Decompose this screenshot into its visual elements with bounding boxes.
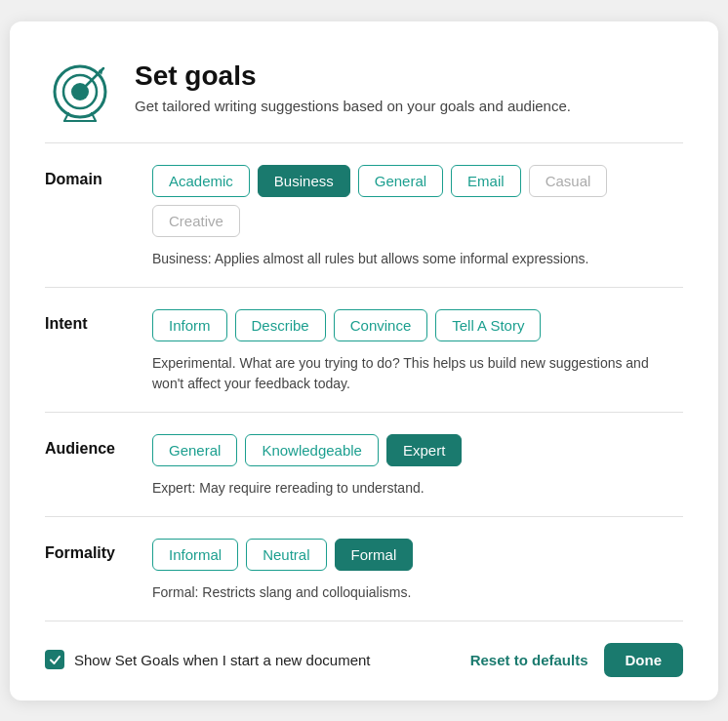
- formality-btn-neutral[interactable]: Neutral: [246, 539, 326, 571]
- audience-btn-expert[interactable]: Expert: [386, 434, 462, 466]
- intent-desc: Experimental. What are you trying to do?…: [152, 353, 683, 394]
- audience-content: General Knowledgeable Expert Expert: May…: [152, 434, 683, 499]
- formality-content: Informal Neutral Formal Formal: Restrict…: [152, 539, 683, 603]
- page-title: Set goals: [135, 60, 571, 92]
- domain-btn-academic[interactable]: Academic: [152, 165, 250, 197]
- domain-btn-casual[interactable]: Casual: [529, 165, 608, 197]
- intent-btn-inform[interactable]: Inform: [152, 309, 227, 341]
- domain-btn-general[interactable]: General: [358, 165, 443, 197]
- intent-btn-group: Inform Describe Convince Tell A Story: [152, 309, 683, 341]
- audience-section: Audience General Knowledgeable Expert Ex…: [45, 413, 683, 517]
- domain-btn-creative[interactable]: Creative: [152, 205, 240, 237]
- domain-content: Academic Business General Email Casual C…: [152, 165, 683, 269]
- intent-btn-convince[interactable]: Convince: [334, 309, 428, 341]
- set-goals-card: Set goals Get tailored writing suggestio…: [10, 21, 718, 701]
- intent-btn-describe[interactable]: Describe: [235, 309, 326, 341]
- formality-btn-formal[interactable]: Formal: [335, 539, 414, 571]
- checkbox-label: Show Set Goals when I start a new docume…: [74, 652, 371, 668]
- domain-label: Domain: [45, 165, 152, 269]
- header: Set goals Get tailored writing suggestio…: [45, 53, 683, 123]
- domain-section: Domain Academic Business General Email C…: [45, 143, 683, 288]
- formality-btn-informal[interactable]: Informal: [152, 539, 238, 571]
- intent-label: Intent: [45, 309, 152, 394]
- audience-desc: Expert: May require rereading to underst…: [152, 478, 683, 499]
- domain-btn-group: Academic Business General Email Casual C…: [152, 165, 683, 237]
- footer-actions: Reset to defaults Done: [470, 643, 683, 677]
- header-text: Set goals Get tailored writing suggestio…: [135, 60, 571, 114]
- domain-btn-business[interactable]: Business: [258, 165, 350, 197]
- domain-btn-email[interactable]: Email: [451, 165, 521, 197]
- logo: [45, 53, 115, 123]
- intent-content: Inform Describe Convince Tell A Story Ex…: [152, 309, 683, 394]
- audience-btn-general[interactable]: General: [152, 434, 237, 466]
- show-goals-checkbox[interactable]: [45, 650, 64, 669]
- checkmark-icon: [49, 654, 61, 666]
- done-button[interactable]: Done: [604, 643, 684, 677]
- checkbox-row: Show Set Goals when I start a new docume…: [45, 650, 371, 669]
- audience-label: Audience: [45, 434, 152, 499]
- reset-button[interactable]: Reset to defaults: [470, 652, 588, 668]
- formality-label: Formality: [45, 539, 152, 603]
- formality-desc: Formal: Restricts slang and colloquialis…: [152, 582, 683, 603]
- intent-section: Intent Inform Describe Convince Tell A S…: [45, 288, 683, 413]
- intent-btn-tell-a-story[interactable]: Tell A Story: [435, 309, 541, 341]
- domain-desc: Business: Applies almost all rules but a…: [152, 249, 683, 269]
- page-subtitle: Get tailored writing suggestions based o…: [135, 98, 571, 114]
- footer: Show Set Goals when I start a new docume…: [45, 621, 683, 677]
- formality-btn-group: Informal Neutral Formal: [152, 539, 683, 571]
- audience-btn-group: General Knowledgeable Expert: [152, 434, 683, 466]
- audience-btn-knowledgeable[interactable]: Knowledgeable: [245, 434, 379, 466]
- formality-section: Formality Informal Neutral Formal Formal…: [45, 517, 683, 621]
